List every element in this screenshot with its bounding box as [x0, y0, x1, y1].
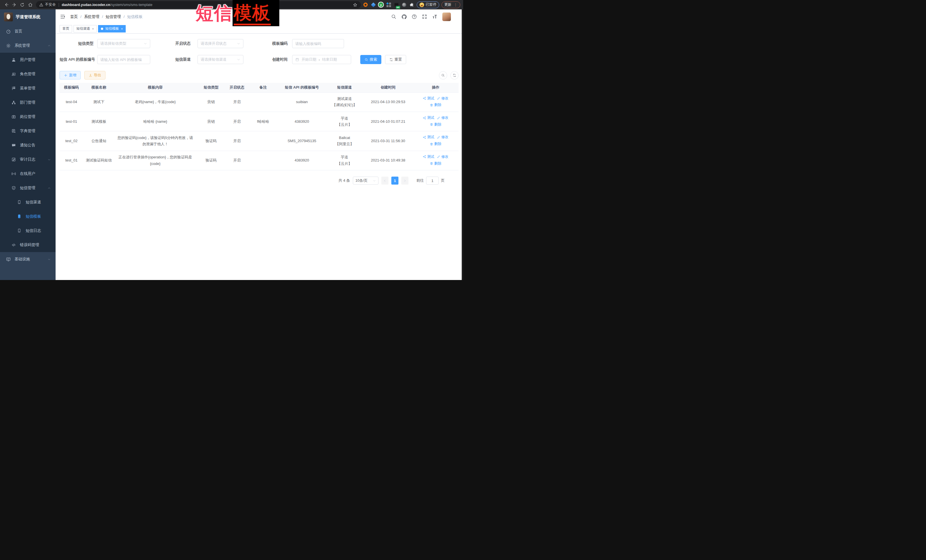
- browser-reload-icon[interactable]: [19, 2, 26, 8]
- sidebar-item-online-users[interactable]: 在线用户: [0, 167, 56, 181]
- phone-icon: [17, 200, 22, 205]
- extensions-puzzle-icon[interactable]: [409, 2, 415, 8]
- test-link[interactable]: 测试: [423, 134, 434, 140]
- close-tab-icon[interactable]: ×: [92, 27, 94, 30]
- avatar-caret-down-icon[interactable]: [456, 15, 458, 18]
- app-title: 芋道管理系统: [16, 14, 41, 20]
- cell-code: test_01: [60, 151, 83, 170]
- chevron-down-icon: [373, 179, 376, 182]
- breadcrumb-separator: /: [124, 15, 125, 19]
- sidebar-item-system[interactable]: 系统管理: [0, 38, 56, 53]
- status-select[interactable]: 请选择开启状态: [198, 39, 244, 48]
- test-link[interactable]: 测试: [423, 115, 434, 121]
- app-logo[interactable]: 芋道管理系统: [0, 9, 56, 24]
- sidebar-item-sms-mgmt[interactable]: 短信管理: [0, 181, 56, 195]
- sidebar-item-sms-channel[interactable]: 短信渠道: [0, 195, 56, 209]
- chrome-menu-dots-icon[interactable]: ⋮: [454, 3, 457, 6]
- reset-button[interactable]: 重置: [385, 55, 406, 64]
- goto-page: 前往 页: [416, 177, 445, 184]
- bookmark-star-icon[interactable]: [353, 3, 357, 7]
- tab-sms-template[interactable]: 短信模板×: [98, 25, 126, 32]
- cell-operations: 测试修改删除: [413, 151, 458, 170]
- sidebar-item-post-mgmt[interactable]: 岗位管理: [0, 110, 56, 124]
- breadcrumb-home[interactable]: 首页: [70, 14, 78, 20]
- close-tab-icon[interactable]: ×: [121, 27, 123, 30]
- browser-back-icon[interactable]: [3, 2, 10, 8]
- edit-link[interactable]: 修改: [437, 115, 448, 121]
- github-icon[interactable]: [401, 14, 407, 20]
- page-size-select[interactable]: 10条/页: [353, 177, 378, 184]
- delete-link[interactable]: 删除: [430, 102, 441, 108]
- browser-home-icon[interactable]: [27, 2, 33, 8]
- test-link[interactable]: 测试: [423, 95, 434, 101]
- toggle-search-button[interactable]: [439, 71, 447, 80]
- edit-link[interactable]: 修改: [437, 95, 448, 101]
- breadcrumb-sms[interactable]: 短信管理: [106, 14, 121, 20]
- api-template-input[interactable]: [97, 55, 150, 64]
- sidebar-item-user-mgmt[interactable]: 用户管理: [0, 53, 56, 67]
- gear-icon: [6, 43, 11, 48]
- sidebar-item-infra[interactable]: 基础设施: [0, 252, 56, 266]
- sidebar-item-sms-template[interactable]: 短信模板: [0, 209, 56, 223]
- extension-orange-icon[interactable]: [363, 2, 368, 8]
- user-avatar[interactable]: [442, 12, 451, 21]
- profile-paused-chip[interactable]: 已暂停: [417, 2, 439, 8]
- cell-channel: 芋道【云片】: [325, 151, 363, 170]
- add-button[interactable]: 新增: [60, 71, 81, 80]
- search-button[interactable]: 搜索: [360, 55, 381, 64]
- tab-sms-channel[interactable]: 短信渠道×: [74, 25, 97, 32]
- cell-remark: [248, 92, 278, 112]
- sms-type-select[interactable]: 请选择短信类型: [97, 39, 150, 48]
- goto-page-input[interactable]: [426, 177, 439, 184]
- edit-link[interactable]: 修改: [437, 134, 448, 140]
- sidebar-item-dept-mgmt[interactable]: 部门管理: [0, 95, 56, 110]
- sms-channel-label: 短信渠道: [150, 57, 194, 62]
- cell-content: 哈哈哈 {name}: [114, 112, 196, 131]
- delete-link[interactable]: 删除: [430, 161, 441, 167]
- sidebar-item-home[interactable]: 首页: [0, 24, 56, 38]
- page-number-1[interactable]: 1: [391, 177, 398, 184]
- sms-channel-select[interactable]: 请选择短信渠道: [198, 55, 244, 64]
- export-button[interactable]: 导出: [84, 71, 106, 80]
- sidebar-item-error-code[interactable]: 错误码管理: [0, 238, 56, 252]
- col-template-name: 模板名称: [83, 83, 114, 92]
- search-icon[interactable]: [391, 14, 396, 20]
- extension-grid-icon[interactable]: [386, 2, 391, 8]
- sidebar-item-menu-mgmt[interactable]: 菜单管理: [0, 81, 56, 95]
- browser-forward-icon[interactable]: [11, 2, 18, 8]
- delete-link[interactable]: 删除: [430, 122, 441, 128]
- breadcrumb-current: 短信模板: [127, 14, 142, 20]
- template-code-input[interactable]: [292, 39, 344, 48]
- next-page-button[interactable]: [401, 177, 409, 184]
- edit-link[interactable]: 修改: [437, 154, 448, 160]
- extension-y-icon[interactable]: y: [378, 2, 384, 8]
- breadcrumb-system[interactable]: 系统管理: [84, 14, 100, 20]
- prev-page-button[interactable]: [381, 177, 389, 184]
- window-scrollbar[interactable]: [462, 9, 463, 280]
- sidebar-item-notice[interactable]: 通知公告: [0, 138, 56, 152]
- tab-home[interactable]: 首页: [60, 25, 72, 32]
- address-bar[interactable]: 不安全 dashboard.yudao.iocoder.cn/system/sm…: [36, 1, 361, 8]
- extension-gem-icon[interactable]: [371, 2, 376, 8]
- sidebar-item-dict-mgmt[interactable]: 字典管理: [0, 124, 56, 138]
- cell-operations: 测试修改删除: [413, 131, 458, 151]
- help-icon[interactable]: [412, 14, 417, 20]
- sidebar-item-role-mgmt[interactable]: 角色管理: [0, 67, 56, 81]
- extension-spy-icon[interactable]: [402, 2, 407, 8]
- sidebar-item-sms-log[interactable]: 短信日志: [0, 223, 56, 238]
- sidebar-item-audit-log[interactable]: 审计日志: [0, 152, 56, 167]
- collapse-sidebar-icon[interactable]: [60, 14, 65, 20]
- breadcrumb-separator: /: [80, 15, 82, 19]
- fullscreen-icon[interactable]: [422, 14, 427, 20]
- refresh-table-button[interactable]: [450, 71, 458, 80]
- cell-channel: Ballcat【阿里云】: [325, 131, 363, 151]
- delete-link[interactable]: 删除: [430, 141, 441, 147]
- date-end-placeholder: 结束日期: [322, 57, 337, 62]
- cell-content: 老鸡{name}，牛逼{code}: [114, 92, 196, 112]
- font-size-icon[interactable]: [432, 14, 437, 20]
- phone-icon: [17, 228, 22, 233]
- chrome-update-button[interactable]: 更新 ⋮: [442, 2, 460, 8]
- test-link[interactable]: 测试: [423, 154, 434, 160]
- date-range-picker[interactable]: 开始日期 - 结束日期: [292, 55, 351, 64]
- extension-list-icon[interactable]: on: [394, 2, 399, 8]
